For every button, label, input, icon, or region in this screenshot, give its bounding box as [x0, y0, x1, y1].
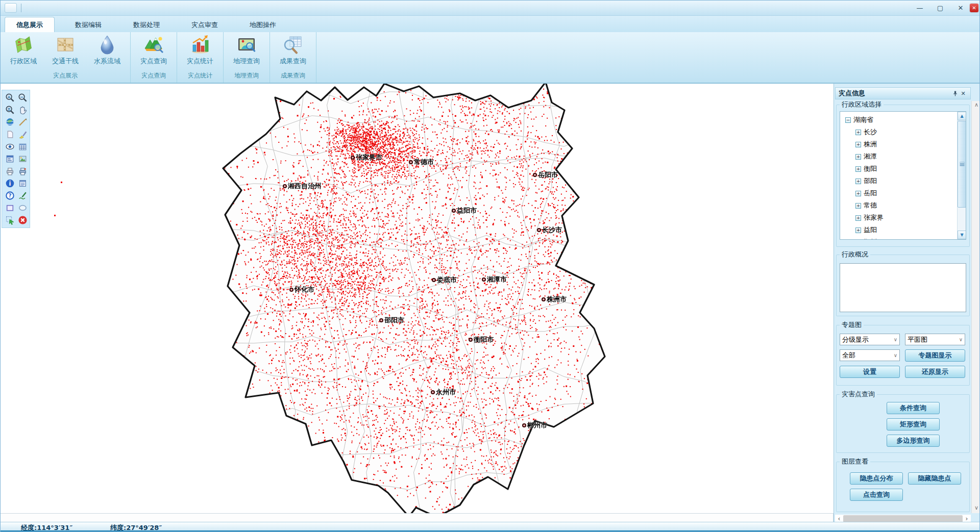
display-mode-select[interactable]: 分级显示∨: [840, 334, 900, 345]
legend-window-icon[interactable]: [4, 153, 16, 165]
panel-hscroll-thumb[interactable]: [843, 515, 963, 522]
隐患点分布-button[interactable]: 隐患点分布: [850, 472, 903, 485]
globe-icon[interactable]: [4, 116, 16, 128]
rectangle-tool-icon[interactable]: [4, 202, 16, 214]
map-canvas[interactable]: [1, 84, 834, 522]
多边形查询-button[interactable]: 多边形查询: [887, 435, 940, 447]
panel-scroll-right-icon[interactable]: ›: [963, 515, 971, 522]
chevron-down-icon: ∨: [894, 352, 897, 358]
expand-icon[interactable]: +: [855, 227, 861, 233]
measure-icon[interactable]: [16, 116, 29, 128]
panel-scroll-up-icon[interactable]: ∧: [972, 101, 980, 110]
tree-item-child-7[interactable]: +常德: [844, 199, 966, 212]
select-arrow-icon[interactable]: [4, 214, 16, 226]
tree-item-child-9[interactable]: +益阳: [844, 224, 966, 236]
tree-item-child-8[interactable]: +张家界: [844, 212, 966, 224]
panel-scroll-left-icon[interactable]: ‹: [835, 515, 843, 522]
document-window-icon[interactable]: [16, 178, 29, 189]
collapse-icon[interactable]: −: [845, 117, 851, 123]
minimize-button[interactable]: —: [913, 3, 926, 13]
svg-text:±: ±: [7, 107, 11, 112]
expand-icon[interactable]: +: [855, 130, 861, 135]
restore-display-button[interactable]: 还原显示: [905, 366, 965, 378]
print-icon[interactable]: [4, 165, 16, 177]
close-button[interactable]: ✕: [954, 3, 967, 13]
brush-icon[interactable]: [16, 129, 29, 140]
map-viewport[interactable]: 张家界市常德市岳阳市湘西自治州益阳市长沙市娄底市湘潭市怀化市株洲市邵阳市衡阳市永…: [1, 84, 980, 522]
expand-icon[interactable]: +: [855, 179, 861, 184]
tree-item-child-10[interactable]: +郴州: [844, 236, 966, 240]
image-icon[interactable]: [16, 153, 29, 165]
overview-textbox[interactable]: [840, 263, 966, 312]
tree-item-child-1[interactable]: +长沙: [844, 126, 966, 138]
expand-icon[interactable]: +: [855, 215, 861, 221]
ribbon-button[interactable]: 灾点查询: [133, 32, 175, 66]
ribbon-button[interactable]: 水系流域: [86, 32, 128, 66]
ellipse-tool-icon[interactable]: [16, 202, 29, 214]
panel-vertical-scrollbar[interactable]: ∧ ∨: [971, 101, 980, 513]
disaster-query-label: 灾害点查询: [840, 390, 877, 399]
tree-item-child-5[interactable]: +邵阳: [844, 175, 966, 187]
tree-item-child-2[interactable]: +株洲: [844, 138, 966, 150]
panel-close-icon[interactable]: ✕: [959, 89, 967, 97]
expand-icon[interactable]: +: [855, 142, 861, 147]
show-thematic-button[interactable]: 专题图显示: [905, 349, 965, 362]
tree-item-child-4[interactable]: +衡阳: [844, 163, 966, 175]
tree-item-root[interactable]: −湖南省: [844, 114, 966, 126]
tree-scroll-up-icon[interactable]: ▲: [958, 112, 966, 120]
chart-type-select[interactable]: 平面图∨: [905, 334, 965, 345]
pan-hand-icon[interactable]: [16, 104, 29, 116]
矩形查询-button[interactable]: 矩形查询: [887, 418, 940, 430]
disaster-query-group: 灾害点查询 条件查询矩形查询多边形查询: [836, 390, 970, 453]
tab-2[interactable]: 数据编辑: [64, 17, 113, 32]
tree-scroll-thumb[interactable]: [958, 121, 966, 208]
tree-item-label: 湘潭: [864, 152, 877, 161]
map-horizontal-scrollbar[interactable]: [1, 513, 834, 522]
expand-icon[interactable]: +: [855, 203, 861, 209]
delete-icon[interactable]: [16, 214, 29, 226]
info-icon[interactable]: i: [4, 178, 16, 189]
tab-1[interactable]: 信息展示: [5, 17, 55, 32]
ribbon-button[interactable]: 成果查询: [272, 32, 314, 66]
scope-select[interactable]: 全部∨: [840, 349, 900, 361]
expand-icon[interactable]: +: [855, 191, 861, 196]
expand-icon[interactable]: +: [855, 166, 861, 172]
sketch-line-icon[interactable]: [16, 190, 29, 201]
隐藏隐患点-button[interactable]: 隐藏隐患点: [908, 472, 961, 485]
zoom-extent-icon[interactable]: ±: [4, 104, 16, 116]
ribbon-button[interactable]: 灾点统计: [179, 32, 221, 66]
tree-item-child-6[interactable]: +岳阳: [844, 187, 966, 199]
print-preview-icon[interactable]: [16, 165, 29, 177]
tree-scroll-down-icon[interactable]: ▼: [958, 231, 966, 239]
region-tree: −湖南省+长沙+株洲+湘潭+衡阳+邵阳+岳阳+常德+张家界+益阳+郴州 ▲ ▼: [840, 111, 966, 240]
maximize-button[interactable]: ▢: [934, 3, 947, 13]
panel-scroll-down-icon[interactable]: ∨: [972, 504, 980, 513]
expand-icon[interactable]: +: [855, 240, 861, 240]
zoom-out-icon[interactable]: −: [16, 92, 29, 104]
点击查询-button[interactable]: 点击查询: [850, 489, 903, 501]
条件查询-button[interactable]: 条件查询: [887, 402, 940, 414]
tab-3[interactable]: 数据处理: [122, 17, 171, 32]
tab-4[interactable]: 灾点审查: [180, 17, 229, 32]
ribbon-group-caption: 灾点统计: [179, 69, 221, 83]
tree-item-child-3[interactable]: +湘潭: [844, 150, 966, 163]
tree-item-label: 湖南省: [853, 115, 873, 124]
eye-icon[interactable]: [4, 141, 16, 153]
pin-icon[interactable]: [951, 89, 959, 97]
ribbon-button[interactable]: 地理查询: [226, 32, 267, 66]
settings-button[interactable]: 设置: [840, 366, 900, 378]
ribbon-button[interactable]: 交通干线: [44, 32, 86, 66]
grid-table-icon[interactable]: [16, 141, 29, 153]
thematic-label: 专题图: [840, 320, 864, 330]
close-red-button[interactable]: ✕: [970, 4, 978, 12]
tab-5[interactable]: 地图操作: [238, 17, 287, 32]
svg-text:+: +: [7, 94, 11, 99]
help-icon[interactable]: ?: [4, 190, 16, 201]
quick-access-toolbar[interactable]: [5, 3, 17, 13]
blank-page-icon[interactable]: [4, 129, 16, 140]
ribbon-group-caption: 灾点查询: [133, 69, 175, 83]
zoom-in-icon[interactable]: +: [4, 92, 16, 104]
tree-scrollbar[interactable]: ▲ ▼: [957, 112, 966, 239]
expand-icon[interactable]: +: [855, 154, 861, 160]
ribbon-button[interactable]: 行政区域: [3, 32, 44, 66]
